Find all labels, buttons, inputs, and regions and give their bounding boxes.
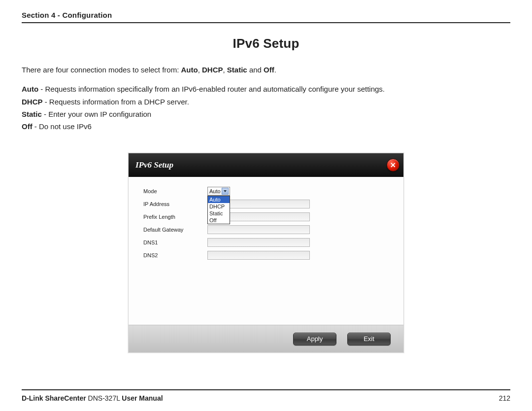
label: Static bbox=[22, 110, 42, 118]
row-ip: IP Address bbox=[143, 198, 396, 210]
manual-page: Section 4 - Configuration IPv6 Setup The… bbox=[0, 0, 532, 411]
dialog-titlebar: IPv6 Setup ✕ bbox=[129, 153, 403, 177]
row-dns2: DNS2 bbox=[143, 249, 396, 262]
footer-left: D-Link ShareCenter DNS-327L User Manual bbox=[22, 394, 163, 402]
close-button[interactable]: ✕ bbox=[387, 159, 399, 171]
footer-brand: D-Link ShareCenter bbox=[22, 394, 86, 402]
mode-select-wrap: Auto Auto DHCP Static Off bbox=[207, 187, 230, 196]
intro-lead: There are four connection modes to selec… bbox=[22, 64, 504, 75]
section-header: Section 4 - Configuration bbox=[22, 11, 510, 23]
mode-select-value: Auto bbox=[209, 188, 221, 194]
footer-line: D-Link ShareCenter DNS-327L User Manual … bbox=[22, 394, 510, 402]
mode-option-static[interactable]: Static bbox=[208, 210, 230, 217]
row-dns1: DNS1 bbox=[143, 236, 396, 249]
label: DHCP bbox=[22, 98, 43, 106]
footer-manual: User Manual bbox=[122, 394, 163, 402]
label-ip: IP Address bbox=[143, 201, 207, 207]
text: - Do not use IPv6 bbox=[33, 122, 92, 131]
label-mode: Mode bbox=[143, 188, 207, 194]
dialog-body: Mode Auto Auto DHCP Static Off bbox=[129, 177, 403, 325]
text: - Requests information specifically from… bbox=[38, 85, 385, 93]
dialog-title: IPv6 Setup bbox=[135, 160, 173, 170]
page-number: 212 bbox=[499, 394, 510, 402]
mode-dropdown: Auto DHCP Static Off bbox=[207, 196, 230, 224]
dns2-field[interactable] bbox=[207, 251, 310, 260]
row-prefix: Prefix Length bbox=[143, 210, 396, 223]
intro-text: There are four connection modes to selec… bbox=[22, 64, 504, 132]
page-title: IPv6 Setup bbox=[22, 36, 510, 51]
mode-option-off[interactable]: Off bbox=[208, 217, 230, 224]
mode-off-name: Off bbox=[264, 66, 274, 74]
mode-option-dhcp[interactable]: DHCP bbox=[208, 203, 230, 210]
label: Auto bbox=[22, 85, 38, 93]
ipv6-setup-dialog: IPv6 Setup ✕ Mode Auto Auto DHCP bbox=[128, 153, 404, 353]
mode-static-name: Static bbox=[227, 66, 247, 74]
exit-button[interactable]: Exit bbox=[347, 333, 391, 345]
dns1-field[interactable] bbox=[207, 238, 310, 247]
mode-auto-name: Auto bbox=[181, 66, 198, 74]
close-icon: ✕ bbox=[390, 161, 396, 169]
text: - Requests information from a DHCP serve… bbox=[43, 98, 189, 106]
mode-select[interactable]: Auto bbox=[207, 187, 230, 196]
dialog-footer: Apply Exit bbox=[129, 325, 403, 352]
label: Off bbox=[22, 122, 33, 131]
footer-rule bbox=[22, 389, 510, 390]
mode-off-desc: Off - Do not use IPv6 bbox=[22, 121, 504, 132]
label-dns2: DNS2 bbox=[143, 252, 207, 258]
default-gateway-field[interactable] bbox=[207, 225, 310, 234]
row-mode: Mode Auto Auto DHCP Static Off bbox=[143, 185, 396, 198]
label-gateway: Default Gateway bbox=[143, 227, 207, 233]
text: , bbox=[198, 66, 202, 74]
page-footer: D-Link ShareCenter DNS-327L User Manual … bbox=[22, 389, 510, 402]
text: - Enter your own IP configuration bbox=[42, 110, 151, 118]
mode-descriptions: Auto - Requests information specifically… bbox=[22, 83, 504, 132]
row-gateway: Default Gateway bbox=[143, 223, 396, 236]
mode-static-desc: Static - Enter your own IP configuration bbox=[22, 108, 504, 120]
label-prefix: Prefix Length bbox=[143, 214, 207, 220]
mode-dhcp-desc: DHCP - Requests information from a DHCP … bbox=[22, 96, 504, 107]
chevron-down-icon bbox=[222, 188, 229, 195]
mode-dhcp-name: DHCP bbox=[202, 66, 223, 74]
svg-marker-0 bbox=[224, 190, 227, 192]
footer-model: DNS-327L bbox=[86, 394, 122, 402]
apply-button[interactable]: Apply bbox=[293, 333, 336, 345]
mode-auto-desc: Auto - Requests information specifically… bbox=[22, 83, 504, 95]
text: . bbox=[274, 66, 276, 74]
mode-option-auto[interactable]: Auto bbox=[208, 196, 230, 203]
text: and bbox=[247, 66, 264, 74]
label-dns1: DNS1 bbox=[143, 240, 207, 245]
text: , bbox=[223, 66, 227, 74]
text: There are four connection modes to selec… bbox=[22, 66, 181, 74]
